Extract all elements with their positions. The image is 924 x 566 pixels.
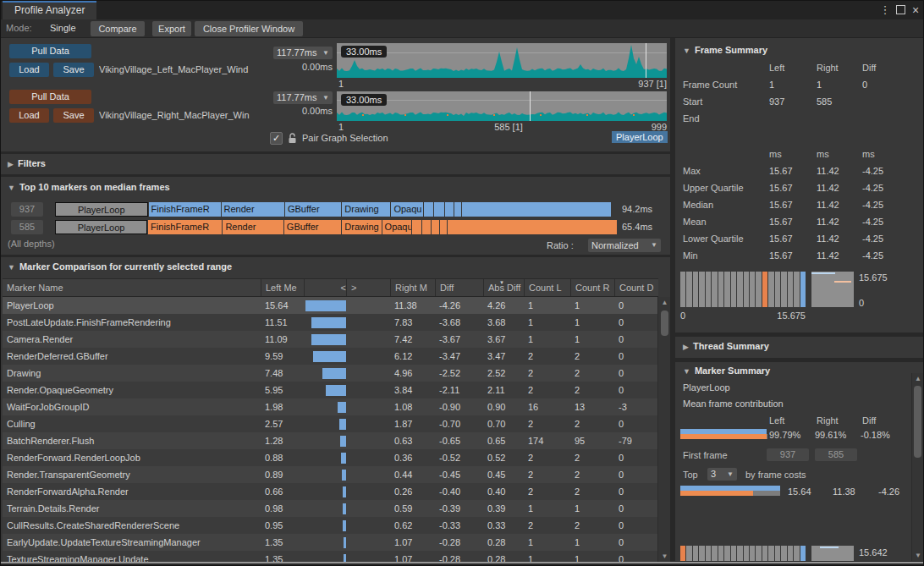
first-frame-left-button[interactable]: 937: [767, 448, 809, 461]
column-header[interactable]: Count D: [614, 279, 658, 296]
right-frame-graph[interactable]: 33.00ms: [337, 91, 667, 121]
tab-profile-analyzer[interactable]: Profile Analyzer: [3, 1, 96, 19]
marker-segment[interactable]: Opaqu: [391, 202, 422, 217]
comparison-row[interactable]: TextureStreamingManager.Update1.351.07-0…: [3, 551, 658, 562]
column-header[interactable]: Count L: [524, 279, 570, 296]
marker-segment[interactable]: [432, 220, 439, 234]
load-right-button[interactable]: Load: [9, 108, 49, 123]
diff-bar: [311, 334, 346, 345]
frame-index-chip[interactable]: 937: [11, 202, 43, 217]
comparison-row[interactable]: RenderDeferred.GBuffer9.596.12-3.473.472…: [3, 348, 658, 365]
ratio-dropdown[interactable]: Normalized▼: [588, 239, 661, 252]
cell-count-diff: 0: [614, 415, 658, 432]
first-frame-right-button[interactable]: 585: [815, 448, 857, 461]
scrollbar-thumb[interactable]: [661, 310, 668, 336]
cell-bar-right: [346, 314, 390, 331]
comparison-row[interactable]: Culling2.571.87-0.700.70220: [3, 415, 658, 432]
left-graph-scale-dropdown[interactable]: 117.77ms▼: [273, 47, 333, 59]
marker-segment[interactable]: [448, 220, 617, 234]
frame-summary-foldout[interactable]: ▼Frame Summary: [683, 45, 767, 55]
column-header[interactable]: <: [304, 279, 346, 296]
frame-index-chip[interactable]: 585: [11, 220, 43, 234]
marker-summary-scrollbar[interactable]: ▲ ▼: [911, 373, 923, 561]
marker-segment[interactable]: FinishFrameR: [148, 220, 222, 234]
save-right-button[interactable]: Save: [53, 108, 94, 123]
frame-time-histogram[interactable]: [680, 272, 806, 307]
comparison-row[interactable]: Camera.Render11.097.42-3.673.67110: [3, 331, 658, 348]
marker-segment[interactable]: FinishFrameR: [149, 202, 221, 217]
scroll-down-icon[interactable]: ▼: [658, 552, 670, 560]
pair-graph-selection-checkbox[interactable]: ✓: [270, 132, 283, 145]
marker-segment[interactable]: Drawing: [342, 202, 390, 217]
unlock-icon[interactable]: [288, 133, 297, 144]
marker-segment[interactable]: Drawing: [342, 220, 381, 234]
comparison-row[interactable]: Terrain.Details.Render0.980.59-0.390.391…: [3, 500, 658, 517]
filters-foldout[interactable]: ▶Filters: [8, 158, 46, 168]
right-graph-scale-dropdown[interactable]: 117.77ms▼: [273, 91, 333, 104]
mode-single-button[interactable]: Single: [50, 23, 76, 33]
scroll-up-icon[interactable]: ▲: [658, 299, 670, 306]
left-frame-graph[interactable]: 33.00ms: [337, 43, 667, 78]
comparison-row[interactable]: RenderForwardAlpha.Render0.660.26-0.400.…: [3, 483, 658, 500]
mode-compare-button[interactable]: Compare: [91, 21, 145, 36]
marker-segment[interactable]: [412, 220, 421, 234]
marker-segment[interactable]: Render: [223, 220, 283, 234]
comparison-row[interactable]: WaitForJobGroupID1.981.08-0.900.901613-3: [3, 398, 658, 415]
marker-segment[interactable]: [434, 202, 444, 217]
column-header[interactable]: >: [346, 279, 390, 296]
comparison-row[interactable]: CullResults.CreateSharedRendererScene0.9…: [3, 517, 658, 534]
comparison-row[interactable]: EarlyUpdate.UpdateTextureStreamingManage…: [3, 534, 658, 551]
comparison-row[interactable]: Render.OpaqueGeometry5.953.84-2.112.1122…: [3, 382, 658, 398]
marker-segment[interactable]: [454, 202, 461, 217]
top-n-dropdown[interactable]: 3▼: [707, 468, 737, 481]
frame-costs-left: 15.64: [788, 486, 811, 497]
load-left-button[interactable]: Load: [9, 63, 49, 77]
marker-segment[interactable]: PlayerLoop: [55, 202, 148, 217]
comparison-scrollbar[interactable]: ▲ ▼: [657, 297, 670, 562]
cell-bar-left: [304, 314, 346, 331]
selected-marker-chip[interactable]: PlayerLoop: [612, 131, 668, 143]
frame-time-boxplot[interactable]: [811, 272, 854, 307]
marker-summary-foldout[interactable]: ▼Marker Summary: [683, 365, 770, 376]
column-header[interactable]: Right M: [390, 279, 435, 296]
comparison-table-header[interactable]: Marker NameLeft Me<>Right MDiffAbs Diff▼…: [3, 278, 658, 297]
marker-segment[interactable]: [424, 202, 434, 217]
top10-foldout[interactable]: ▼Top 10 markers on median frames: [8, 182, 170, 192]
export-button[interactable]: Export: [152, 21, 191, 36]
comparison-row[interactable]: PlayerLoop15.6411.38-4.264.26110: [3, 297, 658, 314]
comparison-row[interactable]: Render.TransparentGeometry0.890.44-0.450…: [3, 466, 658, 483]
marker-boxplot[interactable]: [811, 546, 854, 561]
column-header[interactable]: Diff: [435, 279, 483, 296]
marker-segment[interactable]: [440, 220, 447, 234]
column-header[interactable]: Left Me: [261, 279, 304, 296]
column-header[interactable]: Abs Diff▼: [483, 279, 524, 296]
marker-segment[interactable]: GBuffer: [285, 202, 341, 217]
column-header[interactable]: Count R: [570, 279, 614, 296]
save-left-button[interactable]: Save: [53, 63, 94, 77]
comparison-foldout[interactable]: ▼Marker Comparison for currently selecte…: [8, 261, 232, 272]
marker-histogram[interactable]: [680, 546, 806, 561]
marker-segment[interactable]: [462, 202, 612, 217]
scrollbar-thumb[interactable]: [914, 386, 921, 458]
comparison-row[interactable]: PostLateUpdate.FinishFrameRendering11.51…: [3, 314, 658, 331]
comparison-row[interactable]: Drawing7.484.96-2.522.52220: [3, 365, 658, 382]
thread-summary-foldout[interactable]: ▶Thread Summary: [683, 341, 769, 351]
close-profiler-window-button[interactable]: Close Profiler Window: [195, 21, 303, 36]
comparison-row[interactable]: RenderForward.RenderLoopJob0.880.36-0.52…: [3, 449, 658, 466]
pull-data-right-button[interactable]: Pull Data: [9, 90, 91, 104]
column-header[interactable]: Marker Name: [3, 279, 261, 296]
kebab-menu-icon[interactable]: ⋮: [877, 1, 893, 19]
close-icon[interactable]: ×: [908, 1, 923, 19]
marker-segment[interactable]: PlayerLoop: [55, 220, 147, 234]
scroll-up-icon[interactable]: ▲: [912, 375, 923, 382]
maximize-icon[interactable]: [893, 1, 908, 19]
marker-segment[interactable]: GBuffer: [284, 220, 341, 234]
marker-segment[interactable]: Render: [222, 202, 284, 217]
comparison-row[interactable]: BatchRenderer.Flush1.280.63-0.650.651749…: [3, 432, 658, 449]
marker-segment[interactable]: [422, 220, 432, 234]
histogram-bar: [775, 546, 780, 561]
pull-data-left-button[interactable]: Pull Data: [9, 44, 91, 58]
marker-segment[interactable]: [445, 202, 453, 217]
scroll-down-icon[interactable]: ▼: [912, 552, 923, 559]
marker-segment[interactable]: Opaqu: [382, 220, 411, 234]
